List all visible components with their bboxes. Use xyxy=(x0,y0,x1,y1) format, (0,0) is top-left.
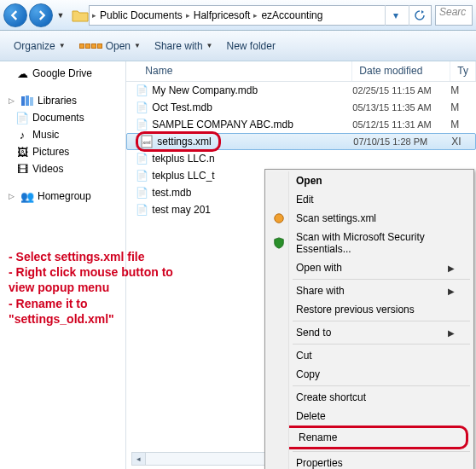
video-icon: 🎞 xyxy=(15,162,29,176)
toolbar: Organize ▼ Open ▼ Share with ▼ New folde… xyxy=(0,31,476,61)
homegroup-icon: 👥 xyxy=(20,189,34,203)
organize-label: Organize xyxy=(14,40,55,52)
shield-icon xyxy=(272,236,286,250)
chevron-right-icon: ▷ xyxy=(9,96,17,105)
context-menu-separator xyxy=(293,321,470,321)
sidebar-item-videos[interactable]: 🎞 Videos xyxy=(0,160,125,177)
annotation-highlight: xml settings.xml xyxy=(136,131,220,152)
sidebar-item-music[interactable]: ♪ Music xyxy=(0,126,125,143)
column-headers[interactable]: Name Date modified Ty xyxy=(126,61,476,82)
cloud-icon: ☁ xyxy=(15,67,29,80)
file-name: SAMPLE COMPANY ABC.mdb xyxy=(152,119,293,130)
sidebar-item-documents[interactable]: 📄 Documents xyxy=(0,109,125,126)
file-name: Oct Test.mdb xyxy=(152,101,212,113)
file-name: My New Company.mdb xyxy=(152,84,258,96)
file-date: 05/12/15 11:31 AM xyxy=(352,119,450,130)
open-button[interactable]: Open ▼ xyxy=(73,37,148,55)
ctx-delete[interactable]: Delete xyxy=(267,407,472,426)
crumb-halfpricesoft[interactable]: Halfpricesoft xyxy=(191,9,253,21)
context-menu: Open Edit Scan settings.xml Scan with Mi… xyxy=(264,169,474,469)
back-button[interactable] xyxy=(3,3,27,27)
sidebar-item-label: Homegroup xyxy=(38,190,91,202)
file-row[interactable]: 📄Oct Test.mdb 05/13/15 11:35 AM M xyxy=(126,99,476,116)
forward-button[interactable] xyxy=(29,3,53,27)
file-type: XI xyxy=(451,136,475,148)
ctx-create-shortcut[interactable]: Create shortcut xyxy=(267,388,472,407)
ctx-scan-mse[interactable]: Scan with Microsoft Security Essentials.… xyxy=(267,228,472,258)
ctx-scan[interactable]: Scan settings.xml xyxy=(267,209,472,228)
file-type: M xyxy=(450,101,476,113)
music-icon: ♪ xyxy=(15,128,29,142)
file-row-selected[interactable]: xml settings.xml 07/10/15 1:28 PM XI xyxy=(126,133,476,150)
chevron-right-icon: ▸ xyxy=(91,11,97,20)
ctx-rename[interactable]: Rename xyxy=(273,428,466,447)
file-icon: 📄 xyxy=(135,152,148,165)
folder-icon xyxy=(72,7,89,24)
ctx-copy[interactable]: Copy xyxy=(267,365,472,384)
annotation-line: - Right click mouse button to view popup… xyxy=(9,264,188,295)
sidebar-item-label: Documents xyxy=(32,112,84,124)
submenu-arrow-icon: ▶ xyxy=(448,263,455,273)
sidebar-item-libraries[interactable]: ▷ Libraries xyxy=(0,92,125,109)
ctx-send-to[interactable]: Send to▶ xyxy=(267,323,472,342)
breadcrumb[interactable]: ▸ Public Documents ▸ Halfpricesoft ▸ ezA… xyxy=(89,5,432,26)
scroll-left-button[interactable]: ◂ xyxy=(132,453,146,465)
ctx-restore[interactable]: Restore previous versions xyxy=(267,300,472,319)
ctx-share-with[interactable]: Share with▶ xyxy=(267,281,472,300)
ctx-properties[interactable]: Properties xyxy=(267,454,472,469)
chevron-down-icon: ▼ xyxy=(134,42,141,49)
sidebar-item-label: Libraries xyxy=(38,95,77,107)
ctx-open[interactable]: Open xyxy=(267,171,472,190)
annotation-text: - Select settings.xml file - Right click… xyxy=(9,249,188,327)
context-menu-separator xyxy=(293,385,470,386)
organize-button[interactable]: Organize ▼ xyxy=(7,37,73,55)
file-row[interactable]: 📄SAMPLE COMPANY ABC.mdb 05/12/15 11:31 A… xyxy=(126,116,476,133)
annotation-line: - Rename it to "settings_old.xml" xyxy=(9,296,188,327)
ctx-edit[interactable]: Edit xyxy=(267,190,472,209)
chevron-right-icon: ▸ xyxy=(185,11,191,20)
sidebar-item-google-drive[interactable]: ☁ Google Drive xyxy=(0,65,125,82)
sidebar-item-homegroup[interactable]: ▷ 👥 Homegroup xyxy=(0,188,125,205)
ctx-open-with[interactable]: Open with▶ xyxy=(267,258,472,277)
context-menu-separator xyxy=(293,451,470,452)
new-folder-button[interactable]: New folder xyxy=(220,37,282,55)
file-icon: 📄 xyxy=(135,203,148,217)
file-name: test may 201 xyxy=(152,204,211,216)
col-date[interactable]: Date modified xyxy=(352,61,450,81)
file-date: 07/10/15 1:28 PM xyxy=(353,136,451,147)
xml-file-icon: xml xyxy=(140,135,154,148)
file-name: test.mdb xyxy=(152,187,191,199)
history-dropdown[interactable]: ▼ xyxy=(55,3,67,27)
open-label: Open xyxy=(106,40,131,52)
sidebar-item-pictures[interactable]: 🖼 Pictures xyxy=(0,143,125,160)
file-name: settings.xml xyxy=(157,136,211,148)
ctx-cut[interactable]: Cut xyxy=(267,346,472,365)
col-type[interactable]: Ty xyxy=(450,61,476,81)
scan-icon xyxy=(272,211,286,225)
share-with-button[interactable]: Share with ▼ xyxy=(148,37,220,55)
crumb-public-documents[interactable]: Public Documents xyxy=(97,9,185,21)
file-icon: 📄 xyxy=(135,84,148,97)
chevron-down-icon: ▼ xyxy=(59,42,66,49)
file-date: 05/13/15 11:35 AM xyxy=(352,102,450,113)
context-menu-separator xyxy=(293,344,470,345)
file-icon: 📄 xyxy=(135,169,148,182)
search-input[interactable]: Searc xyxy=(435,5,473,26)
file-row[interactable]: 📄My New Company.mdb 02/25/15 11:15 AM M xyxy=(126,82,476,99)
svg-rect-2 xyxy=(30,97,33,106)
address-bar: ▼ ▸ Public Documents ▸ Halfpricesoft ▸ e… xyxy=(0,0,476,31)
sidebar-item-label: Google Drive xyxy=(32,67,92,79)
col-name[interactable]: Name xyxy=(126,61,352,81)
file-row[interactable]: 📄tekplus LLC.n xyxy=(126,150,476,167)
library-icon xyxy=(20,94,34,107)
crumb-ezaccounting[interactable]: ezAccounting xyxy=(258,9,325,21)
file-date: 02/25/15 11:15 AM xyxy=(352,85,450,96)
dropdown-button[interactable]: ▾ xyxy=(385,5,405,26)
document-icon: 📄 xyxy=(15,111,29,124)
sidebar-item-label: Music xyxy=(32,129,59,141)
refresh-button[interactable] xyxy=(409,5,429,26)
file-icon: 📄 xyxy=(135,101,148,114)
file-icon: 📄 xyxy=(135,118,148,131)
file-type: M xyxy=(450,119,476,130)
picture-icon: 🖼 xyxy=(15,145,29,159)
